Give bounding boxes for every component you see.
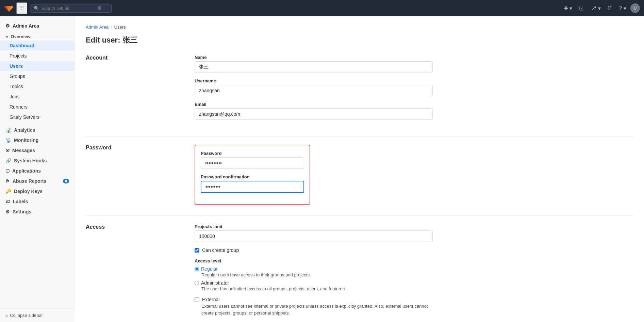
sidebar-item-users[interactable]: Users bbox=[0, 61, 75, 71]
avatar[interactable]: U bbox=[630, 3, 640, 13]
name-input[interactable] bbox=[195, 61, 433, 73]
name-label: Name bbox=[195, 55, 433, 60]
projects-limit-group: Projects limit bbox=[195, 224, 433, 242]
projects-limit-input[interactable] bbox=[195, 230, 433, 242]
navbar: ☰ 🔍 / ✚ ▾ ⊡ ⎇ ▾ ☑ ? ▾ U bbox=[0, 0, 644, 16]
account-form-layout: Account Name Username Email bbox=[86, 55, 633, 125]
sidebar-item-monitoring[interactable]: 📡 Monitoring bbox=[0, 135, 75, 145]
main-content: Admin Area › Users Edit user: 张三 Account… bbox=[75, 16, 644, 322]
hamburger-button[interactable]: ☰ bbox=[16, 2, 27, 14]
abuse-icon: ⚑ bbox=[5, 178, 10, 184]
gitlab-logo bbox=[4, 3, 14, 14]
external-row: External bbox=[195, 297, 433, 302]
search-icon: 🔍 bbox=[34, 6, 39, 11]
sidebar-item-topics[interactable]: Topics bbox=[0, 81, 75, 92]
password-section-label: Password bbox=[86, 145, 181, 205]
analytics-icon: 📊 bbox=[5, 127, 11, 133]
breadcrumb-admin[interactable]: Admin Area bbox=[86, 25, 109, 30]
access-section-label: Access bbox=[86, 224, 181, 322]
sidebar-item-messages[interactable]: ✉ Messages bbox=[0, 145, 75, 156]
todos-button[interactable]: ☑ bbox=[605, 3, 615, 14]
password-label: Password bbox=[201, 151, 304, 156]
sidebar-item-deploy-keys[interactable]: 🔑 Deploy Keys bbox=[0, 186, 75, 196]
monitoring-icon: 📡 bbox=[5, 138, 11, 143]
password-section: Password Password Password confirmation bbox=[86, 145, 633, 205]
sidebar-item-abuse-reports[interactable]: ⚑ Abuse Reports 0 bbox=[0, 176, 75, 186]
sidebar-item-applications[interactable]: ⬡ Applications bbox=[0, 166, 75, 176]
password-confirmation-label: Password confirmation bbox=[201, 174, 304, 179]
sidebar-item-dashboard[interactable]: Dashboard bbox=[0, 41, 75, 51]
name-group: Name bbox=[195, 55, 433, 73]
email-input[interactable] bbox=[195, 108, 433, 120]
settings-icon: ⚙ bbox=[5, 209, 10, 214]
hooks-icon: 🔗 bbox=[5, 158, 11, 163]
sidebar-admin-title: ⚙ Admin Area bbox=[0, 20, 75, 31]
search-shortcut: / bbox=[98, 6, 101, 10]
breadcrumb-separator: › bbox=[111, 25, 112, 30]
email-label: Email bbox=[195, 102, 433, 107]
access-fields: Projects limit Can create group Access l… bbox=[195, 224, 433, 322]
sidebar-item-labels[interactable]: 🏷 Labels bbox=[0, 196, 75, 207]
navbar-right: ✚ ▾ ⊡ ⎇ ▾ ☑ ? ▾ U bbox=[561, 3, 640, 14]
external-desc: External users cannot see internal or pr… bbox=[201, 303, 433, 316]
sidebar-item-system-hooks[interactable]: 🔗 System Hooks bbox=[0, 156, 75, 166]
can-create-group-row: Can create group bbox=[195, 247, 433, 253]
administrator-desc: The user has unlimited access to all gro… bbox=[201, 286, 433, 291]
sidebar-item-analytics[interactable]: 📊 Analytics bbox=[0, 125, 75, 135]
breadcrumb: Admin Area › Users bbox=[86, 25, 633, 30]
overview-icon: ≡ bbox=[5, 34, 8, 39]
breadcrumb-users: Users bbox=[114, 25, 126, 30]
password-confirmation-group: Password confirmation bbox=[201, 174, 304, 193]
account-fields: Name Username Email bbox=[195, 55, 433, 125]
radio-regular-input[interactable] bbox=[195, 267, 199, 271]
messages-icon: ✉ bbox=[5, 148, 10, 153]
regular-label: Regular bbox=[195, 266, 433, 272]
admin-icon: ⚙ bbox=[5, 23, 10, 29]
key-icon: 🔑 bbox=[5, 189, 11, 194]
sidebar-item-groups[interactable]: Groups bbox=[0, 71, 75, 81]
collapse-icon: « bbox=[5, 313, 8, 318]
radio-administrator: Administrator The user has unlimited acc… bbox=[195, 280, 433, 291]
search-input[interactable] bbox=[41, 6, 96, 11]
radio-administrator-input[interactable] bbox=[195, 281, 199, 285]
sidebar-item-projects[interactable]: Projects bbox=[0, 51, 75, 61]
password-group: Password bbox=[201, 151, 304, 169]
can-create-group-label: Can create group bbox=[202, 247, 239, 253]
external-section: External External users cannot see inter… bbox=[195, 297, 433, 316]
password-input[interactable] bbox=[201, 157, 304, 169]
labels-icon: 🏷 bbox=[5, 199, 10, 204]
password-box: Password Password confirmation bbox=[195, 145, 310, 205]
layout: ⚙ Admin Area ≡ Overview Dashboard Projec… bbox=[0, 16, 644, 322]
collapse-sidebar-button[interactable]: « Collapse sidebar bbox=[0, 308, 75, 322]
username-label: Username bbox=[195, 78, 433, 83]
regular-desc: Regular users have access to their group… bbox=[201, 272, 433, 277]
sidebar-item-jobs[interactable]: Jobs bbox=[0, 92, 75, 102]
access-section: Access Projects limit Can create group A… bbox=[86, 224, 633, 322]
sidebar-item-gitaly[interactable]: Gitaly Servers bbox=[0, 112, 75, 122]
username-group: Username bbox=[195, 78, 433, 96]
radio-regular: Regular Regular users have access to the… bbox=[195, 266, 433, 277]
can-create-group-checkbox[interactable] bbox=[195, 248, 199, 253]
password-confirmation-input[interactable] bbox=[201, 181, 304, 193]
access-level-title: Access level bbox=[195, 258, 433, 263]
search-bar: 🔍 / bbox=[30, 4, 112, 13]
password-fields: Password Password confirmation bbox=[195, 145, 433, 205]
issues-button[interactable]: ⊡ bbox=[576, 3, 586, 14]
page-title: Edit user: 张三 bbox=[86, 35, 633, 45]
external-checkbox[interactable] bbox=[195, 297, 199, 302]
account-section-label: Account bbox=[86, 55, 181, 125]
access-form-layout: Access Projects limit Can create group A… bbox=[86, 224, 633, 322]
username-input[interactable] bbox=[195, 85, 433, 96]
sidebar-item-settings[interactable]: ⚙ Settings bbox=[0, 207, 75, 217]
sidebar-section-overview: ≡ Overview bbox=[0, 31, 75, 41]
account-section: Account Name Username Email bbox=[86, 55, 633, 125]
applications-icon: ⬡ bbox=[5, 168, 10, 174]
email-group: Email bbox=[195, 102, 433, 120]
create-button[interactable]: ✚ ▾ bbox=[561, 3, 575, 14]
sidebar-item-runners[interactable]: Runners bbox=[0, 102, 75, 112]
help-button[interactable]: ? ▾ bbox=[616, 3, 629, 14]
merge-requests-button[interactable]: ⎇ ▾ bbox=[588, 3, 603, 14]
password-form-layout: Password Password Password confirmation bbox=[86, 145, 633, 205]
access-level-section: Access level Regular Regular users have … bbox=[195, 258, 433, 291]
sidebar: ⚙ Admin Area ≡ Overview Dashboard Projec… bbox=[0, 16, 75, 322]
